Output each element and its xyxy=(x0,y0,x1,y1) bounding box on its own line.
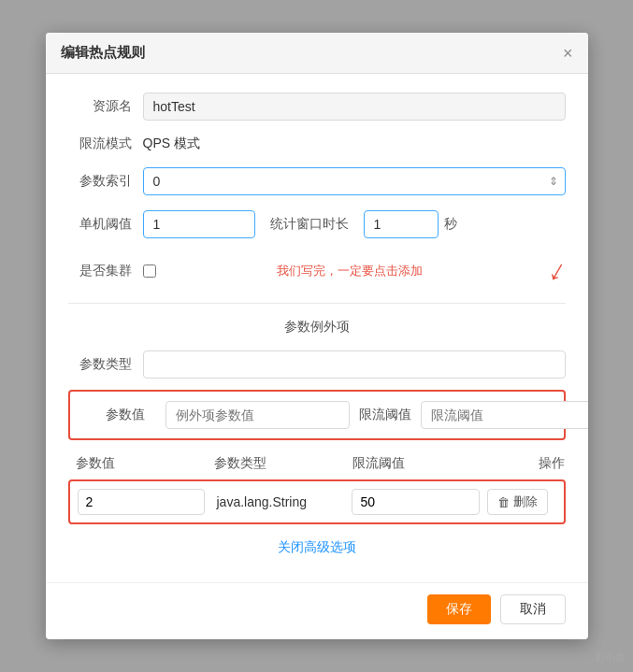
close-button[interactable]: × xyxy=(563,45,573,62)
cancel-button[interactable]: 取消 xyxy=(500,594,566,624)
col-header-param-val: 参数值 xyxy=(68,455,214,472)
limit-mode-row: 限流模式 QPS 模式 xyxy=(68,136,566,152)
modal-overlay: 编辑热点规则 × 资源名 限流模式 QPS 模式 参数索引 xyxy=(0,0,633,672)
param-type-input[interactable] xyxy=(143,350,566,379)
row-param-val-input[interactable] xyxy=(78,489,206,515)
resource-input[interactable] xyxy=(143,93,566,121)
limit-mode-label: 限流模式 xyxy=(68,136,143,152)
cluster-checkbox[interactable] xyxy=(143,265,156,278)
delete-label: 删除 xyxy=(513,493,538,510)
stat-window-input[interactable] xyxy=(364,210,439,238)
close-advanced-link-wrapper: 关闭高级选项 xyxy=(68,539,566,556)
threshold-input[interactable] xyxy=(143,210,255,238)
param-type-row: 参数类型 xyxy=(68,350,566,379)
col-header-param-type: 参数类型 xyxy=(214,455,352,472)
limit-threshold-input[interactable] xyxy=(421,401,588,429)
stat-window-label: 统计窗口时长 xyxy=(270,216,349,233)
row-limit-val-input[interactable] xyxy=(352,489,480,515)
cluster-label: 是否集群 xyxy=(68,263,143,279)
threshold-row: 单机阈值 统计窗口时长 秒 xyxy=(68,210,566,238)
row-action-cell: 🗑 删除 xyxy=(487,489,555,515)
close-advanced-link[interactable]: 关闭高级选项 xyxy=(278,539,356,554)
section-title: 参数例外项 xyxy=(68,319,566,336)
trash-icon: 🗑 xyxy=(497,495,510,509)
sec-label: 秒 xyxy=(444,216,457,233)
param-val-input[interactable] xyxy=(165,401,350,429)
col-header-limit-val: 限流阈值 xyxy=(352,455,491,472)
param-val-input-label: 参数值 xyxy=(81,407,156,423)
hint-text: 我们写完，一定要点击添加 xyxy=(277,263,430,279)
modal-header: 编辑热点规则 × xyxy=(46,33,588,74)
col-header-action: 操作 xyxy=(491,455,565,472)
param-index-select[interactable]: 0 1 2 xyxy=(143,167,566,195)
param-input-area: 参数值 限流阈值 + 添加 xyxy=(68,390,566,440)
row-param-type-cell: java.lang.String xyxy=(212,494,344,509)
stat-window-wrap: 秒 xyxy=(364,210,457,238)
limit-mode-value: QPS 模式 xyxy=(143,136,200,152)
param-type-label: 参数类型 xyxy=(68,356,143,373)
modal-title: 编辑热点规则 xyxy=(61,44,145,62)
threshold-extra-wrapper: 统计窗口时长 秒 xyxy=(143,210,566,238)
modal-body: 资源名 限流模式 QPS 模式 参数索引 0 1 2 xyxy=(46,74,588,582)
delete-button[interactable]: 🗑 删除 xyxy=(487,489,548,515)
modal-footer: 保存 取消 xyxy=(46,582,588,639)
save-button[interactable]: 保存 xyxy=(427,594,491,624)
cluster-row: 是否集群 我们写完，一定要点击添加 ↓ xyxy=(68,253,566,288)
table-row: java.lang.String 🗑 删除 xyxy=(68,479,566,524)
arrow-icon: ↓ xyxy=(542,251,572,289)
divider xyxy=(68,303,566,304)
limit-threshold-label: 限流阈值 xyxy=(359,407,411,423)
row-limit-val-cell xyxy=(352,489,480,515)
table-header: 参数值 参数类型 限流阈值 操作 xyxy=(68,451,566,479)
param-index-wrapper: 0 1 2 ⇕ xyxy=(143,167,566,195)
param-index-label: 参数索引 xyxy=(68,173,143,190)
row-param-val-cell xyxy=(78,489,206,515)
param-index-row: 参数索引 0 1 2 ⇕ xyxy=(68,167,566,195)
resource-row: 资源名 xyxy=(68,93,566,121)
resource-value-wrapper xyxy=(143,93,566,121)
modal: 编辑热点规则 × 资源名 限流模式 QPS 模式 参数索引 xyxy=(46,33,588,639)
threshold-label: 单机阈值 xyxy=(68,216,143,233)
watermark: 彩小农 xyxy=(595,651,626,665)
resource-label: 资源名 xyxy=(68,98,143,115)
